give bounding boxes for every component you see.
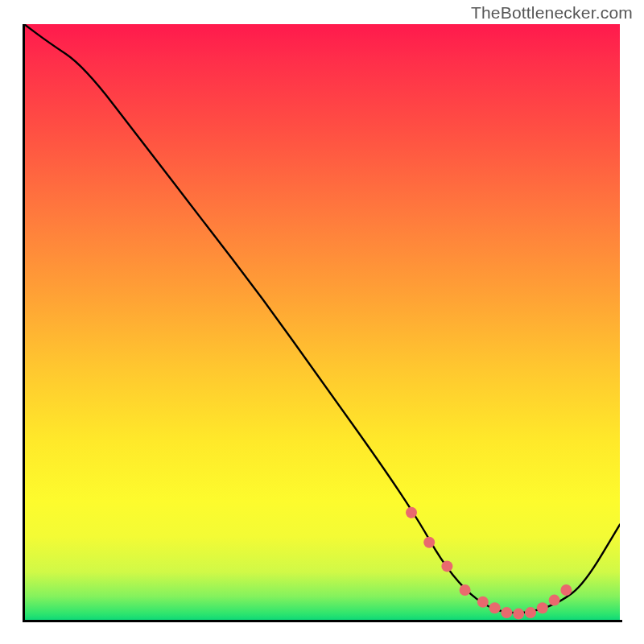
highlight-dot — [423, 537, 435, 548]
y-axis-line — [23, 24, 25, 622]
highlight-dot — [537, 602, 548, 613]
highlight-dot — [560, 584, 572, 596]
plot-area — [24, 24, 620, 620]
highlight-dot — [549, 595, 560, 606]
curve-layer — [24, 24, 620, 620]
highlight-band — [406, 507, 572, 620]
x-axis-line — [23, 620, 622, 622]
highlight-dot — [441, 560, 452, 572]
highlight-dot — [460, 584, 471, 596]
highlight-dot — [501, 607, 512, 618]
highlight-dot — [489, 602, 501, 613]
highlight-dot — [406, 507, 417, 518]
highlight-dot — [525, 607, 536, 618]
highlight-dot — [513, 609, 524, 620]
bottleneck-curve-path — [24, 24, 620, 613]
highlight-dot — [477, 597, 489, 608]
chart-container: TheBottlenecker.com — [0, 0, 644, 644]
attribution-watermark: TheBottlenecker.com — [471, 3, 633, 23]
